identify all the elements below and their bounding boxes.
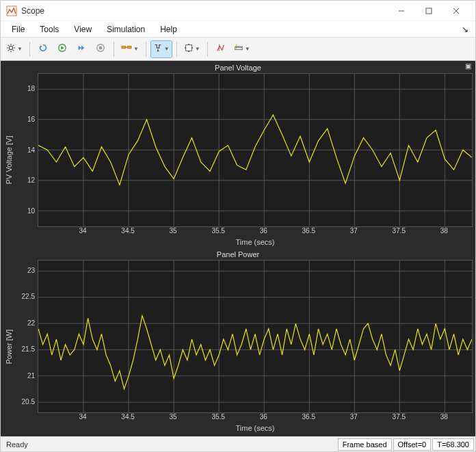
chart-canvas[interactable] bbox=[38, 73, 473, 227]
plot-area: ▣ Panel Voltage PV Voltage [V] 101214161… bbox=[1, 61, 475, 436]
trigger-icon bbox=[153, 43, 163, 55]
status-offset: Offset=0 bbox=[393, 438, 432, 451]
svg-point-5 bbox=[9, 46, 12, 49]
measurements-button[interactable]: ▼ bbox=[231, 40, 253, 58]
settings-button[interactable]: ▼ bbox=[3, 40, 25, 58]
y-axis-label: PV Voltage [V] bbox=[3, 73, 14, 248]
x-axis-label: Time (secs) bbox=[38, 424, 473, 434]
trigger-button[interactable]: ▼ bbox=[150, 40, 172, 58]
svg-marker-16 bbox=[61, 46, 64, 49]
minimize-button[interactable] bbox=[388, 1, 415, 21]
menu-more-icon[interactable]: ↘ bbox=[459, 23, 471, 36]
caret-down-icon: ▼ bbox=[17, 46, 23, 52]
restart-icon bbox=[38, 43, 48, 55]
run-icon bbox=[57, 43, 67, 55]
menu-file[interactable]: File bbox=[5, 23, 31, 36]
x-ticks: 3434.53535.53636.53737.538 bbox=[38, 227, 473, 238]
svg-rect-21 bbox=[122, 46, 125, 49]
plot-title: Panel Power bbox=[3, 249, 473, 260]
highlight-icon bbox=[121, 43, 132, 55]
toolbar: ▼ ▼ ▼ ▼ ▼ bbox=[1, 38, 475, 61]
caret-down-icon: ▼ bbox=[164, 46, 170, 52]
y-ticks: 20.52121.52222.523 bbox=[14, 260, 38, 412]
svg-marker-18 bbox=[81, 46, 84, 51]
maximize-button[interactable] bbox=[415, 1, 442, 21]
separator bbox=[114, 42, 114, 57]
svg-line-12 bbox=[8, 50, 9, 51]
x-axis-label: Time (secs) bbox=[38, 238, 473, 248]
status-frame-mode: Frame based bbox=[338, 438, 392, 451]
zoom-icon bbox=[184, 43, 194, 55]
app-icon bbox=[6, 5, 17, 16]
x-ticks: 3434.53535.53636.53737.538 bbox=[38, 413, 473, 424]
separator bbox=[176, 42, 177, 57]
close-button[interactable] bbox=[442, 1, 470, 21]
run-button[interactable] bbox=[53, 40, 71, 58]
window-title: Scope bbox=[21, 6, 44, 16]
plot-panel-power: Panel Power Power [W] 20.52121.52222.523… bbox=[3, 249, 473, 434]
menu-tools[interactable]: Tools bbox=[33, 23, 66, 36]
menubar: File Tools View Simulation Help ↘ bbox=[1, 21, 475, 38]
cursor-icon bbox=[216, 43, 226, 55]
svg-marker-25 bbox=[157, 50, 159, 52]
y-axis-label: Power [W] bbox=[3, 260, 14, 434]
plot-panel-voltage: Panel Voltage PV Voltage [V] 1012141618 … bbox=[3, 62, 473, 248]
status-ready: Ready bbox=[1, 440, 34, 449]
svg-line-10 bbox=[8, 45, 9, 46]
stop-button[interactable] bbox=[92, 40, 109, 58]
caret-down-icon: ▼ bbox=[195, 46, 200, 52]
menu-simulation[interactable]: Simulation bbox=[100, 23, 152, 36]
svg-line-13 bbox=[13, 45, 14, 46]
svg-rect-20 bbox=[99, 46, 102, 49]
chart-canvas[interactable] bbox=[38, 260, 473, 414]
status-time: T=68.300 bbox=[432, 438, 474, 451]
svg-rect-2 bbox=[426, 8, 432, 14]
svg-rect-26 bbox=[185, 45, 191, 51]
menu-view[interactable]: View bbox=[67, 23, 98, 36]
cursor-measure-button[interactable] bbox=[212, 40, 230, 58]
separator bbox=[29, 42, 30, 57]
titlebar: Scope bbox=[1, 1, 475, 21]
zoom-button[interactable]: ▼ bbox=[181, 40, 203, 58]
svg-line-11 bbox=[13, 50, 14, 51]
svg-marker-31 bbox=[185, 46, 186, 49]
highlight-signal-button[interactable]: ▼ bbox=[118, 40, 142, 58]
separator bbox=[207, 42, 208, 57]
statusbar: Ready Frame based Offset=0 T=68.300 bbox=[1, 436, 475, 451]
svg-rect-22 bbox=[128, 46, 131, 49]
gear-icon bbox=[6, 43, 16, 55]
svg-marker-17 bbox=[79, 46, 81, 51]
separator bbox=[146, 42, 146, 57]
menu-help[interactable]: Help bbox=[153, 23, 184, 36]
measure-icon bbox=[234, 43, 243, 55]
y-ticks: 1012141618 bbox=[14, 73, 38, 226]
frame-indicator-icon: ▣ bbox=[465, 62, 471, 70]
caret-down-icon: ▼ bbox=[245, 46, 250, 52]
caret-down-icon: ▼ bbox=[133, 46, 139, 52]
svg-marker-33 bbox=[187, 44, 190, 45]
step-icon bbox=[77, 43, 86, 55]
plot-title: Panel Voltage bbox=[3, 62, 473, 73]
step-forward-button[interactable] bbox=[72, 40, 90, 58]
svg-marker-34 bbox=[187, 51, 190, 52]
restart-button[interactable] bbox=[34, 40, 52, 58]
stop-icon bbox=[96, 43, 105, 55]
svg-marker-32 bbox=[191, 46, 193, 49]
